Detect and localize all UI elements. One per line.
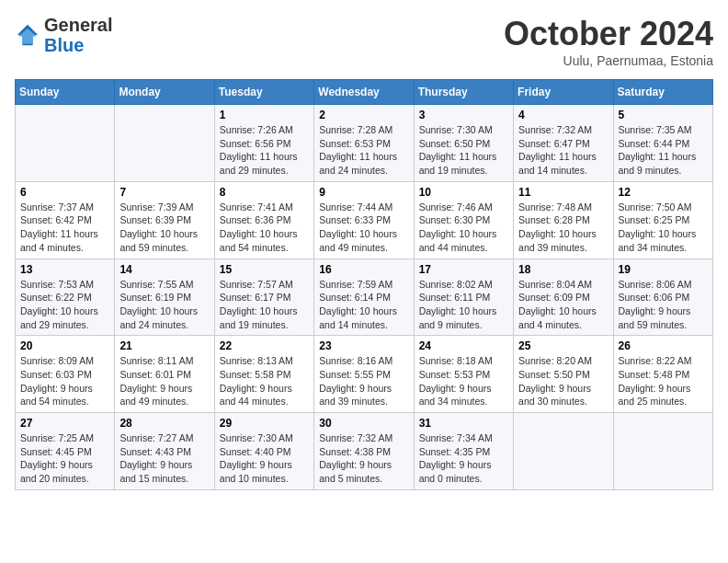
weekday-header-sunday: Sunday — [16, 80, 115, 105]
weekday-header-friday: Friday — [514, 80, 613, 105]
day-info: Sunrise: 7:59 AM Sunset: 6:14 PM Dayligh… — [319, 278, 408, 332]
day-info: Sunrise: 8:16 AM Sunset: 5:55 PM Dayligh… — [319, 354, 408, 408]
calendar-cell: 6Sunrise: 7:37 AM Sunset: 6:42 PM Daylig… — [16, 181, 115, 259]
weekday-header-monday: Monday — [115, 80, 214, 105]
weekday-header-row: SundayMondayTuesdayWednesdayThursdayFrid… — [16, 80, 713, 105]
calendar-week-row: 13Sunrise: 7:53 AM Sunset: 6:22 PM Dayli… — [16, 259, 713, 336]
day-info: Sunrise: 7:30 AM Sunset: 4:40 PM Dayligh… — [220, 431, 309, 486]
weekday-header-wednesday: Wednesday — [314, 80, 414, 105]
day-number: 13 — [20, 263, 109, 276]
logo-general-text: General — [44, 15, 112, 35]
page-header: General Blue October 2024 Uulu, Paernuma… — [15, 15, 713, 68]
day-number: 4 — [518, 109, 608, 121]
calendar-cell: 12Sunrise: 7:50 AM Sunset: 6:25 PM Dayli… — [613, 181, 712, 259]
day-info: Sunrise: 8:02 AM Sunset: 6:11 PM Dayligh… — [419, 278, 508, 332]
calendar-cell: 28Sunrise: 7:27 AM Sunset: 4:43 PM Dayli… — [115, 413, 214, 490]
calendar-table: SundayMondayTuesdayWednesdayThursdayFrid… — [15, 79, 713, 490]
day-number: 18 — [518, 263, 608, 276]
location-subtitle: Uulu, Paernumaa, Estonia — [504, 53, 713, 68]
day-number: 26 — [619, 339, 708, 352]
calendar-week-row: 1Sunrise: 7:26 AM Sunset: 6:56 PM Daylig… — [16, 105, 713, 182]
day-info: Sunrise: 8:22 AM Sunset: 5:48 PM Dayligh… — [619, 354, 708, 408]
calendar-cell: 29Sunrise: 7:30 AM Sunset: 4:40 PM Dayli… — [214, 413, 313, 490]
calendar-week-row: 6Sunrise: 7:37 AM Sunset: 6:42 PM Daylig… — [16, 181, 713, 259]
calendar-cell: 22Sunrise: 8:13 AM Sunset: 5:58 PM Dayli… — [214, 336, 313, 413]
logo-icon — [15, 22, 40, 48]
day-info: Sunrise: 8:04 AM Sunset: 6:09 PM Dayligh… — [518, 278, 608, 332]
day-number: 17 — [419, 263, 508, 276]
title-block: October 2024 Uulu, Paernumaa, Estonia — [504, 15, 713, 68]
day-number: 3 — [419, 109, 508, 121]
calendar-cell: 2Sunrise: 7:28 AM Sunset: 6:53 PM Daylig… — [314, 105, 414, 182]
day-info: Sunrise: 7:39 AM Sunset: 6:39 PM Dayligh… — [119, 201, 209, 255]
calendar-cell — [514, 413, 613, 490]
calendar-cell: 24Sunrise: 8:18 AM Sunset: 5:53 PM Dayli… — [414, 336, 513, 413]
day-info: Sunrise: 7:34 AM Sunset: 4:35 PM Dayligh… — [419, 431, 508, 486]
day-info: Sunrise: 7:48 AM Sunset: 6:28 PM Dayligh… — [518, 201, 608, 255]
calendar-cell: 13Sunrise: 7:53 AM Sunset: 6:22 PM Dayli… — [16, 259, 115, 336]
day-number: 12 — [619, 186, 708, 199]
day-number: 20 — [20, 339, 109, 352]
calendar-cell — [115, 105, 214, 182]
day-number: 14 — [119, 263, 209, 276]
calendar-cell: 31Sunrise: 7:34 AM Sunset: 4:35 PM Dayli… — [414, 413, 513, 490]
logo: General Blue — [15, 15, 112, 55]
day-number: 24 — [419, 339, 508, 352]
day-info: Sunrise: 7:25 AM Sunset: 4:45 PM Dayligh… — [20, 431, 109, 486]
svg-marker-1 — [18, 29, 37, 44]
calendar-cell: 8Sunrise: 7:41 AM Sunset: 6:36 PM Daylig… — [214, 181, 313, 259]
calendar-cell: 30Sunrise: 7:32 AM Sunset: 4:38 PM Dayli… — [314, 413, 414, 490]
calendar-cell: 14Sunrise: 7:55 AM Sunset: 6:19 PM Dayli… — [115, 259, 214, 336]
day-info: Sunrise: 7:50 AM Sunset: 6:25 PM Dayligh… — [619, 201, 708, 255]
calendar-cell: 25Sunrise: 8:20 AM Sunset: 5:50 PM Dayli… — [514, 336, 613, 413]
day-info: Sunrise: 8:11 AM Sunset: 6:01 PM Dayligh… — [119, 354, 209, 408]
day-info: Sunrise: 7:32 AM Sunset: 6:47 PM Dayligh… — [518, 123, 608, 178]
day-info: Sunrise: 8:13 AM Sunset: 5:58 PM Dayligh… — [220, 354, 309, 408]
calendar-cell: 11Sunrise: 7:48 AM Sunset: 6:28 PM Dayli… — [514, 181, 613, 259]
calendar-cell — [613, 413, 712, 490]
day-number: 9 — [319, 186, 408, 199]
calendar-week-row: 20Sunrise: 8:09 AM Sunset: 6:03 PM Dayli… — [16, 336, 713, 413]
day-number: 31 — [419, 417, 508, 430]
day-info: Sunrise: 7:37 AM Sunset: 6:42 PM Dayligh… — [20, 201, 109, 255]
calendar-cell: 20Sunrise: 8:09 AM Sunset: 6:03 PM Dayli… — [16, 336, 115, 413]
calendar-cell: 18Sunrise: 8:04 AM Sunset: 6:09 PM Dayli… — [514, 259, 613, 336]
day-number: 25 — [518, 339, 608, 352]
calendar-cell: 27Sunrise: 7:25 AM Sunset: 4:45 PM Dayli… — [16, 413, 115, 490]
day-info: Sunrise: 8:20 AM Sunset: 5:50 PM Dayligh… — [518, 354, 608, 408]
calendar-cell: 17Sunrise: 8:02 AM Sunset: 6:11 PM Dayli… — [414, 259, 513, 336]
calendar-week-row: 27Sunrise: 7:25 AM Sunset: 4:45 PM Dayli… — [16, 413, 713, 490]
calendar-cell: 21Sunrise: 8:11 AM Sunset: 6:01 PM Dayli… — [115, 336, 214, 413]
logo-blue-text: Blue — [44, 35, 84, 55]
calendar-cell: 5Sunrise: 7:35 AM Sunset: 6:44 PM Daylig… — [613, 105, 712, 182]
calendar-cell: 3Sunrise: 7:30 AM Sunset: 6:50 PM Daylig… — [414, 105, 513, 182]
day-info: Sunrise: 7:44 AM Sunset: 6:33 PM Dayligh… — [319, 201, 408, 255]
day-info: Sunrise: 7:32 AM Sunset: 4:38 PM Dayligh… — [319, 431, 408, 486]
day-number: 22 — [220, 339, 309, 352]
day-number: 8 — [220, 186, 309, 199]
day-number: 30 — [319, 417, 408, 430]
day-number: 10 — [419, 186, 508, 199]
calendar-cell: 4Sunrise: 7:32 AM Sunset: 6:47 PM Daylig… — [514, 105, 613, 182]
calendar-cell — [16, 105, 115, 182]
day-info: Sunrise: 8:09 AM Sunset: 6:03 PM Dayligh… — [20, 354, 109, 408]
month-title: October 2024 — [504, 15, 713, 53]
calendar-cell: 15Sunrise: 7:57 AM Sunset: 6:17 PM Dayli… — [214, 259, 313, 336]
day-info: Sunrise: 7:28 AM Sunset: 6:53 PM Dayligh… — [319, 123, 408, 178]
day-info: Sunrise: 7:53 AM Sunset: 6:22 PM Dayligh… — [20, 278, 109, 332]
day-number: 21 — [119, 339, 209, 352]
calendar-cell: 7Sunrise: 7:39 AM Sunset: 6:39 PM Daylig… — [115, 181, 214, 259]
day-number: 29 — [220, 417, 309, 430]
day-number: 2 — [319, 109, 408, 121]
day-info: Sunrise: 7:30 AM Sunset: 6:50 PM Dayligh… — [419, 123, 508, 178]
day-number: 28 — [119, 417, 209, 430]
day-number: 7 — [119, 186, 209, 199]
day-info: Sunrise: 8:06 AM Sunset: 6:06 PM Dayligh… — [619, 278, 708, 332]
calendar-cell: 26Sunrise: 8:22 AM Sunset: 5:48 PM Dayli… — [613, 336, 712, 413]
day-number: 16 — [319, 263, 408, 276]
day-info: Sunrise: 7:55 AM Sunset: 6:19 PM Dayligh… — [119, 278, 209, 332]
day-number: 19 — [619, 263, 708, 276]
day-number: 15 — [220, 263, 309, 276]
day-info: Sunrise: 7:57 AM Sunset: 6:17 PM Dayligh… — [220, 278, 309, 332]
day-number: 23 — [319, 339, 408, 352]
